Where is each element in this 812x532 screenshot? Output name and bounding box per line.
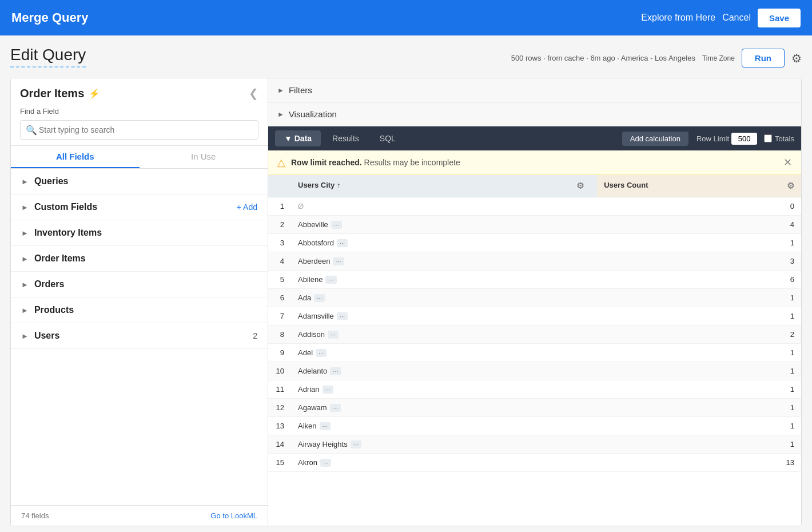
add-custom-field-link[interactable]: + Add xyxy=(237,203,257,212)
warning-close-icon[interactable]: ✕ xyxy=(783,156,792,169)
cancel-link[interactable]: Cancel xyxy=(722,13,751,23)
chevron-right-icon: ► xyxy=(21,203,29,212)
main-content: Edit Query 500 rows · from cache · 6m ag… xyxy=(0,35,812,532)
table-row: 8Addison···2 xyxy=(268,325,801,344)
cell-city: Adrian··· xyxy=(291,380,597,399)
users-field-count: 2 xyxy=(253,331,257,340)
cell-city: Ada··· xyxy=(291,289,597,307)
row-number: 1 xyxy=(268,197,291,216)
table-row: 13Aiken···1 xyxy=(268,417,801,435)
chevron-right-icon: ► xyxy=(21,280,29,289)
tab-sql[interactable]: SQL xyxy=(371,130,405,146)
field-group-orders-row[interactable]: ► Orders xyxy=(11,272,268,297)
col-header-users-city[interactable]: Users City ↑ ⚙ xyxy=(291,175,597,197)
row-number: 3 xyxy=(268,234,291,252)
cell-count: 1 xyxy=(597,417,801,435)
visualization-section: ► Visualization xyxy=(268,102,801,126)
timezone-label-text: Time Zone xyxy=(702,54,735,62)
table-row: 2Abbeville···4 xyxy=(268,216,801,234)
tab-results[interactable]: Results xyxy=(323,130,368,146)
city-more-options[interactable]: ··· xyxy=(323,386,333,394)
city-more-options[interactable]: ··· xyxy=(330,404,341,412)
city-more-options[interactable]: ··· xyxy=(314,294,325,302)
top-nav: Merge Query Explore from Here Cancel Sav… xyxy=(0,0,812,35)
city-col-gear-icon[interactable]: ⚙ xyxy=(570,181,590,191)
cell-count: 4 xyxy=(597,216,801,234)
city-more-options[interactable]: ··· xyxy=(320,459,331,467)
visualization-chevron-icon: ► xyxy=(277,110,284,118)
table-row: 9Adel···1 xyxy=(268,344,801,362)
city-more-options[interactable]: ··· xyxy=(337,239,348,247)
cell-city: Abilene··· xyxy=(291,271,597,289)
warning-icon: △ xyxy=(277,156,285,169)
run-button[interactable]: Run xyxy=(742,49,785,68)
warning-bar: △ Row limit reached. Results may be inco… xyxy=(268,150,801,175)
filters-header[interactable]: ► Filters xyxy=(268,78,801,102)
filters-section: ► Filters xyxy=(268,78,801,102)
city-more-options[interactable]: ··· xyxy=(330,367,341,375)
sidebar-header: Order Items ⚡ ❮ Find a Field 🔍 xyxy=(11,78,268,146)
field-group-inventory-items-row[interactable]: ► Inventory Items xyxy=(11,220,268,245)
visualization-header[interactable]: ► Visualization xyxy=(268,102,801,126)
field-group-custom-fields-row[interactable]: ► Custom Fields + Add xyxy=(11,194,268,220)
sidebar-footer: 74 fields Go to LookML xyxy=(11,505,268,526)
add-calculation-button[interactable]: Add calculation xyxy=(622,132,688,146)
go-to-lookml-link[interactable]: Go to LookML xyxy=(210,511,257,520)
save-button[interactable]: Save xyxy=(758,9,801,27)
city-more-options[interactable]: ··· xyxy=(337,312,348,320)
cell-count: 1 xyxy=(597,435,801,454)
city-more-options[interactable]: ··· xyxy=(331,221,342,229)
tab-all-fields[interactable]: All Fields xyxy=(11,146,140,168)
field-group-queries-row[interactable]: ► Queries xyxy=(11,169,268,194)
totals-row: Totals xyxy=(764,134,794,143)
table-row: 15Akron···13 xyxy=(268,454,801,472)
fields-count: 74 fields xyxy=(21,511,49,520)
city-more-options[interactable]: ··· xyxy=(320,422,331,430)
row-number: 2 xyxy=(268,216,291,234)
search-input[interactable] xyxy=(20,120,258,140)
chevron-right-icon: ► xyxy=(21,306,29,315)
field-group-users-row[interactable]: ► Users 2 xyxy=(11,323,268,348)
city-more-options[interactable]: ··· xyxy=(333,257,344,265)
col-header-users-count[interactable]: Users Count ⚙ xyxy=(597,175,801,197)
explore-title-text: Order Items xyxy=(20,87,84,100)
explore-from-here-link[interactable]: Explore from Here xyxy=(641,13,715,23)
row-limit-input[interactable] xyxy=(731,133,757,145)
tab-in-use[interactable]: In Use xyxy=(140,146,268,168)
cell-count: 13 xyxy=(597,454,801,472)
row-limit-label: Row Limit xyxy=(696,134,729,143)
field-group-orders: ► Orders xyxy=(11,272,268,297)
warning-text: Results may be incomplete xyxy=(364,158,460,167)
cell-count: 1 xyxy=(597,344,801,362)
sidebar-explore-title: Order Items ⚡ xyxy=(20,87,100,100)
tab-data[interactable]: ▼ Data xyxy=(275,130,321,146)
cell-city: Ø xyxy=(291,197,597,216)
back-icon[interactable]: ❮ xyxy=(249,86,258,100)
cell-city: Adamsville··· xyxy=(291,307,597,325)
group-name-custom-fields: Custom Fields xyxy=(34,202,97,212)
table-row: 12Agawam···1 xyxy=(268,399,801,417)
data-toolbar: ▼ Data Results SQL Add calculation Row L… xyxy=(268,126,801,150)
totals-checkbox[interactable] xyxy=(764,134,772,142)
field-group-products-row[interactable]: ► Products xyxy=(11,297,268,323)
timezone-selector[interactable]: Time Zone xyxy=(702,54,735,62)
header-row: Edit Query 500 rows · from cache · 6m ag… xyxy=(10,46,802,71)
group-name-inventory-items: Inventory Items xyxy=(34,228,102,238)
row-number: 12 xyxy=(268,399,291,417)
filters-label: Filters xyxy=(289,85,312,95)
city-more-options[interactable]: ··· xyxy=(328,331,339,339)
city-more-options[interactable]: ··· xyxy=(316,349,327,357)
city-more-options[interactable]: ··· xyxy=(351,440,361,448)
page-title: Edit Query xyxy=(10,46,86,68)
field-groups-list: ► Queries ► Custom Fields + Add xyxy=(11,169,268,505)
field-group-order-items-row[interactable]: ► Order Items xyxy=(11,246,268,271)
cell-count: 1 xyxy=(597,289,801,307)
table-row: 3Abbotsford···1 xyxy=(268,234,801,252)
row-number: 5 xyxy=(268,271,291,289)
city-more-options[interactable]: ··· xyxy=(325,276,336,284)
settings-gear-icon[interactable]: ⚙ xyxy=(791,51,802,65)
group-name-products: Products xyxy=(34,305,74,315)
row-number: 8 xyxy=(268,325,291,344)
count-col-gear-icon[interactable]: ⚙ xyxy=(787,181,794,191)
cell-count: 3 xyxy=(597,252,801,271)
